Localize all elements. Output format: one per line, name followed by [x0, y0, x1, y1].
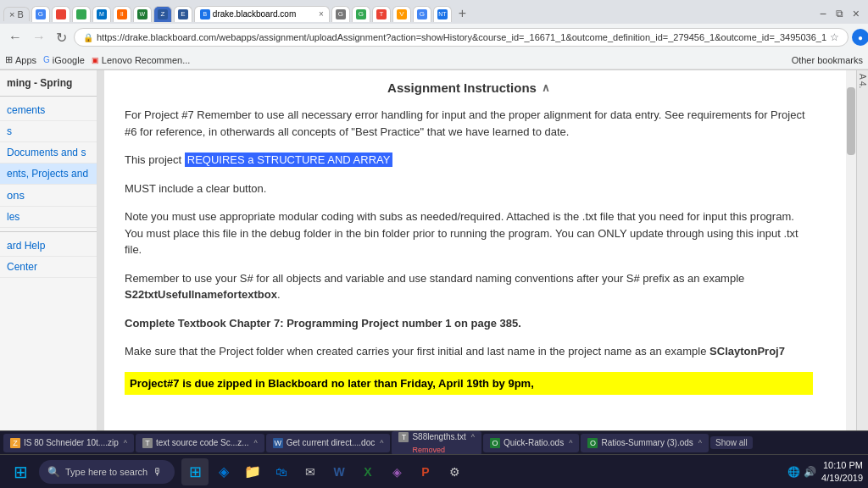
taskbar-app-edge[interactable]: ◈ [210, 458, 237, 485]
start-button[interactable]: ⊞ [5, 457, 36, 487]
tab-favicon: G [36, 9, 46, 19]
sidebar-item-assignments[interactable]: ents, Projects and [0, 164, 97, 185]
reload-button[interactable]: ↻ [53, 28, 70, 47]
right-strip-label-a: A [858, 74, 867, 80]
tab-more[interactable]: G [331, 6, 350, 22]
windows-explorer-icon: ⊞ [189, 463, 202, 481]
tab-3[interactable] [52, 6, 70, 22]
restore-button[interactable]: ⧉ [832, 8, 847, 19]
file-tab-arrow-2[interactable]: ^ [253, 439, 257, 447]
taskbar-app-vs[interactable]: ◈ [383, 458, 410, 485]
network-icon: 🌐 [787, 466, 800, 478]
para-2: This project REQUIRES a STRUCTURE AND AR… [125, 152, 813, 169]
taskbar-app-excel[interactable]: X [354, 458, 381, 485]
taskbar-app-files[interactable]: 📁 [239, 458, 266, 485]
forward-button[interactable]: → [29, 28, 49, 47]
taskbar-app-word[interactable]: W [326, 458, 353, 485]
minimize-button[interactable]: − [816, 7, 830, 20]
file-tab-arrow-6[interactable]: ^ [698, 439, 702, 447]
file-tab-arrow[interactable]: ^ [124, 439, 127, 447]
microphone-icon[interactable]: 🎙 [153, 466, 163, 478]
show-all-button[interactable]: Show all [710, 436, 753, 449]
content-area: Assignment Instructions ∧ For Project #7… [104, 70, 846, 430]
tab-extra[interactable]: T [372, 6, 391, 22]
taskbar-search-bar[interactable]: 🔍 Type here to search 🎙 [39, 460, 175, 484]
browser-chrome: × B G M II W Z E B drake.blackboard.com … [0, 0, 868, 70]
instructions-title: Assignment Instructions [387, 80, 537, 95]
doc-file-icon: W [273, 438, 283, 448]
excel-icon: X [364, 465, 371, 479]
tab-favicon: II [117, 9, 127, 19]
open-file-ods1[interactable]: O Quick-Ratio.ods ^ [483, 434, 579, 452]
profile-button[interactable]: ● [852, 29, 868, 46]
tab-bar: × B G M II W Z E B drake.blackboard.com … [0, 0, 868, 24]
apps-bookmark[interactable]: ⊞ Apps [5, 54, 36, 65]
scroll-track[interactable] [846, 70, 856, 430]
sidebar: ming - Spring cements s Documents and s … [0, 70, 97, 430]
open-file-zip[interactable]: Z IS 80 Schneider 10t....zip ^ [3, 434, 134, 452]
open-file-ods2[interactable]: O Ratios-Summary (3).ods ^ [581, 434, 709, 452]
para-8-deadline: Project#7 is due zipped in Blackboard no… [125, 372, 813, 396]
time-display: 10:10 PM [821, 459, 863, 471]
tab-close-btn[interactable]: × B [3, 7, 30, 21]
tab-g2[interactable]: G [413, 6, 431, 22]
sidebar-item-options[interactable]: ons [0, 185, 97, 207]
tab-6[interactable]: II [113, 6, 131, 22]
bookmark-star-icon[interactable]: ☆ [830, 31, 839, 43]
para-1: For Project #7 Remember to use all neces… [125, 107, 813, 140]
store-icon: 🛍 [275, 465, 287, 479]
taskbar-app-explorer[interactable]: ⊞ [181, 458, 209, 485]
tab-4[interactable] [72, 6, 91, 22]
open-file-doc[interactable]: W Get current direct....doc ^ [266, 434, 391, 452]
txt2-file-icon: T [398, 432, 409, 442]
sidebar-item-grades[interactable]: s [0, 121, 97, 142]
file-tab-arrow-3[interactable]: ^ [380, 439, 383, 447]
sidebar-item-help[interactable]: ard Help [0, 236, 97, 257]
taskbar-app-email[interactable]: ✉ [297, 458, 324, 485]
sidebar-title: ming - Spring [0, 74, 97, 92]
sidebar-item-center[interactable]: Center [0, 257, 97, 278]
back-button[interactable]: ← [5, 28, 25, 47]
close-window-button[interactable]: × [849, 7, 863, 20]
tab-8[interactable]: Z [153, 6, 172, 22]
tab-favicon: G [417, 9, 427, 19]
content-inner: Assignment Instructions ∧ For Project #7… [104, 70, 833, 417]
taskbar-app-powerpoint[interactable]: P [412, 458, 439, 485]
file-tab-arrow-4[interactable]: ^ [471, 433, 475, 441]
sidebar-item-documents[interactable]: Documents and s [0, 142, 97, 164]
apps-icon: ⊞ [5, 54, 13, 65]
open-file-txt2[interactable]: T S88lengths.txt ^ Removed [392, 431, 481, 455]
address-bar[interactable]: 🔒 https://drake.blackboard.com/webapps/a… [74, 28, 849, 47]
tab-5[interactable]: M [92, 6, 111, 22]
open-file-txt1[interactable]: T text source code Sc...z... ^ [136, 434, 264, 452]
tab-9[interactable]: E [174, 6, 192, 22]
sidebar-item-announcements[interactable]: cements [0, 100, 97, 121]
new-tab-button[interactable]: + [453, 6, 471, 21]
sidebar-item-files[interactable]: les [0, 207, 97, 228]
tab-favicon: E [178, 9, 188, 19]
lenovo-bookmark[interactable]: ▣ Lenovo Recommen... [92, 55, 191, 65]
file-tab-arrow-5[interactable]: ^ [569, 439, 572, 447]
taskbar-app-store[interactable]: 🛍 [268, 458, 295, 485]
para-5: Remember to use your S# for all objects … [125, 270, 813, 303]
tab-v[interactable]: V [392, 6, 411, 22]
tab-m[interactable]: G [352, 6, 370, 22]
tab-active[interactable]: B drake.blackboard.com × [194, 6, 330, 22]
other-bookmarks[interactable]: Other bookmarks [792, 55, 863, 65]
assignment-instructions-header: Assignment Instructions ∧ [125, 80, 813, 95]
igoogle-bookmark[interactable]: G iGoogle [43, 55, 85, 65]
collapse-arrow-icon[interactable]: ∧ [542, 81, 550, 94]
scroll-thumb[interactable] [847, 87, 855, 155]
open-files-bar: Z IS 80 Schneider 10t....zip ^ T text so… [0, 430, 868, 454]
active-tab-close[interactable]: × [319, 9, 324, 19]
tab-2[interactable]: G [31, 6, 50, 22]
tab-favicon: W [137, 9, 147, 19]
tab-7[interactable]: W [133, 6, 152, 22]
email-icon: ✉ [305, 465, 315, 479]
taskbar: ⊞ 🔍 Type here to search 🎙 ⊞ ◈ 📁 🛍 ✉ W X … [0, 454, 868, 488]
para-4: Note you must use appropriate modular co… [125, 208, 813, 258]
tab-favicon [76, 9, 86, 19]
taskbar-app-settings[interactable]: ⚙ [441, 458, 468, 485]
code-example: S22txtUsefullnamefortextbox [125, 288, 277, 301]
tab-nt[interactable]: NT [433, 6, 452, 22]
